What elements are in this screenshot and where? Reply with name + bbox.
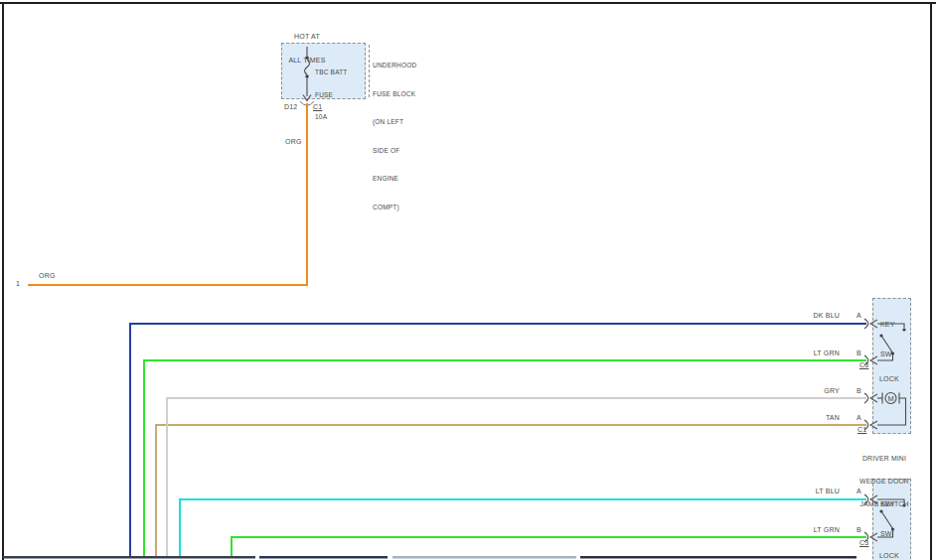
page-frame	[0, 2, 936, 560]
wire-lt-blu	[180, 499, 866, 557]
wire-org	[28, 103, 307, 285]
tbc-batt-fuse-label: TBC BATT FUSE 10A	[315, 54, 348, 136]
terminal-1-label: 1	[16, 280, 20, 288]
connector-c1-label: C1	[858, 426, 866, 434]
pin-b-label: B	[857, 387, 861, 395]
org-wire-horizontal-label: ORG	[39, 272, 56, 280]
wire-dk-blu	[130, 324, 866, 557]
pin-a-label: A	[857, 414, 861, 422]
driver-lock-motor-symbol: M	[877, 393, 906, 426]
org-wire-vertical-label: ORG	[285, 138, 302, 146]
cutoff-bottom-segments	[3, 556, 857, 559]
pin-b-label: B	[857, 350, 861, 357]
driver-lock-label: LOCK	[879, 375, 899, 383]
pin-b-label: B	[857, 526, 861, 534]
wire-lt-grn-driver	[144, 360, 866, 557]
pin-a-label: A	[857, 488, 861, 495]
pin-a-label: A	[857, 312, 861, 320]
wire-label-tan: TAN	[785, 414, 840, 422]
connector-c3-label: C3	[859, 539, 868, 547]
connector-c3-label: C3	[859, 361, 868, 369]
wire-label-gry: GRY	[785, 387, 840, 395]
wiring-diagram-canvas: M HOT AT ALL TIMES TBC BATT FUSE 10A UND…	[0, 0, 936, 560]
wire-label-lt-grn-2: LT GRN	[785, 526, 840, 534]
driver-key-sw-label: KEY SW	[880, 300, 895, 379]
underhood-fuse-block-label: UNDERHOOD FUSE BLOCK (ON LEFT SIDE OF EN…	[373, 42, 416, 230]
wires	[28, 103, 866, 557]
connector-c1-label: C1	[313, 103, 322, 111]
cutoff-segment	[392, 556, 576, 559]
cutoff-segment	[580, 556, 857, 559]
second-lock-label: LOCK	[879, 552, 899, 560]
wire-label-lt-blu: LT BLU	[785, 488, 840, 495]
wire-gry	[167, 398, 866, 557]
second-key-sw-label: KEY SW	[880, 480, 895, 559]
motor-letter: M	[887, 394, 893, 403]
diagram-lines-layer: M	[0, 0, 936, 560]
pin-d12-label: D12	[284, 103, 297, 111]
wire-label-dk-blu: DK BLU	[785, 312, 840, 320]
cutoff-segment	[3, 556, 255, 559]
wire-label-lt-grn: LT GRN	[785, 350, 840, 357]
cutoff-segment	[259, 556, 388, 559]
wire-lt-grn-second	[232, 537, 866, 557]
